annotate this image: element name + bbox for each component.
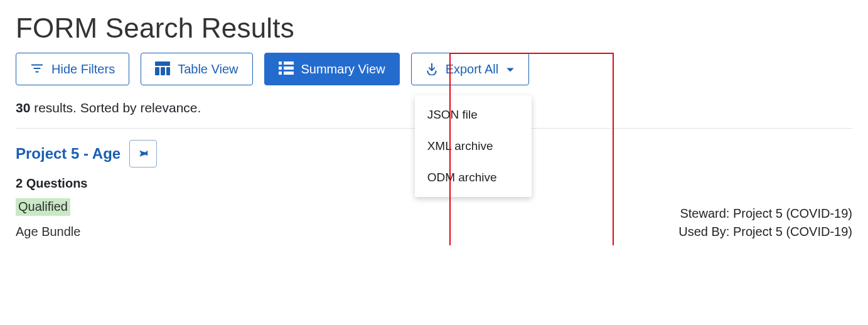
results-count: 30 (16, 100, 30, 115)
page-title: FORM Search Results (16, 13, 852, 44)
result-meta-right: Steward: Project 5 (COVID-19) Used By: P… (678, 203, 852, 239)
summary-view-button[interactable]: Summary View (264, 53, 400, 85)
result-title-link[interactable]: Project 5 - Age (16, 145, 121, 162)
steward-label: Steward: (680, 206, 732, 220)
svg-rect-8 (284, 61, 294, 65)
table-view-label: Table View (178, 63, 238, 75)
export-dropdown: JSON file XML archive ODM archive (415, 95, 532, 197)
pin-icon (136, 146, 150, 162)
export-option-odm[interactable]: ODM archive (415, 162, 532, 193)
export-option-xml[interactable]: XML archive (415, 131, 532, 162)
used-by-value: Project 5 (COVID-19) (733, 225, 852, 238)
svg-rect-11 (279, 72, 282, 75)
svg-rect-10 (284, 67, 294, 70)
steward-value: Project 5 (COVID-19) (733, 206, 852, 220)
status-badge: Qualified (16, 198, 70, 216)
caret-down-icon (506, 63, 515, 75)
svg-rect-12 (284, 72, 294, 75)
filter-icon (30, 61, 44, 77)
svg-rect-3 (155, 61, 170, 66)
table-view-button[interactable]: Table View (141, 53, 252, 85)
svg-rect-6 (166, 67, 170, 75)
export-all-label: Export All (446, 63, 498, 75)
export-option-json[interactable]: JSON file (415, 99, 532, 131)
used-by-label: Used By: (678, 225, 733, 238)
svg-rect-9 (279, 67, 282, 70)
svg-rect-5 (161, 67, 165, 75)
summary-icon (279, 61, 294, 77)
pin-button[interactable]: Pin (129, 140, 157, 168)
export-all-button[interactable]: Export All (411, 53, 529, 85)
svg-rect-7 (279, 61, 282, 65)
summary-view-label: Summary View (301, 63, 385, 75)
hide-filters-label: Hide Filters (51, 63, 115, 75)
toolbar: Hide Filters Table View Summary View (16, 53, 852, 85)
table-icon (155, 61, 170, 77)
svg-rect-4 (155, 67, 159, 75)
hide-filters-button[interactable]: Hide Filters (16, 53, 129, 85)
download-icon (426, 61, 438, 77)
results-tail: results. Sorted by relevance. (30, 100, 201, 115)
